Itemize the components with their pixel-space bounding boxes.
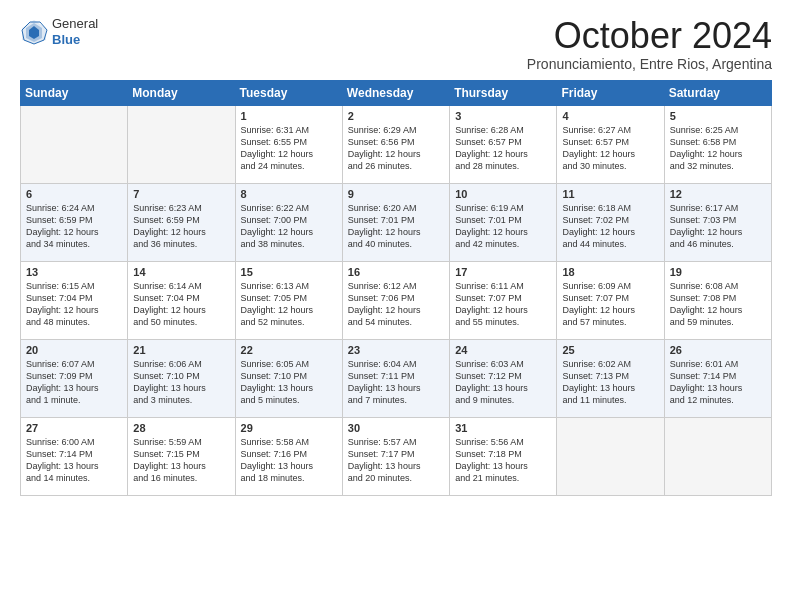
col-monday: Monday — [128, 80, 235, 105]
day-number: 2 — [348, 110, 444, 122]
month-title: October 2024 — [527, 16, 772, 56]
day-info: Sunrise: 6:27 AM Sunset: 6:57 PM Dayligh… — [562, 124, 658, 173]
location-subtitle: Pronunciamiento, Entre Rios, Argentina — [527, 56, 772, 72]
day-number: 9 — [348, 188, 444, 200]
table-row: 5Sunrise: 6:25 AM Sunset: 6:58 PM Daylig… — [664, 105, 771, 183]
table-row: 13Sunrise: 6:15 AM Sunset: 7:04 PM Dayli… — [21, 261, 128, 339]
day-info: Sunrise: 6:12 AM Sunset: 7:06 PM Dayligh… — [348, 280, 444, 329]
day-number: 4 — [562, 110, 658, 122]
table-row: 17Sunrise: 6:11 AM Sunset: 7:07 PM Dayli… — [450, 261, 557, 339]
day-info: Sunrise: 6:17 AM Sunset: 7:03 PM Dayligh… — [670, 202, 766, 251]
day-number: 8 — [241, 188, 337, 200]
table-row: 11Sunrise: 6:18 AM Sunset: 7:02 PM Dayli… — [557, 183, 664, 261]
calendar-week-row: 27Sunrise: 6:00 AM Sunset: 7:14 PM Dayli… — [21, 417, 772, 495]
day-number: 29 — [241, 422, 337, 434]
table-row — [128, 105, 235, 183]
day-info: Sunrise: 6:29 AM Sunset: 6:56 PM Dayligh… — [348, 124, 444, 173]
day-number: 11 — [562, 188, 658, 200]
day-info: Sunrise: 6:11 AM Sunset: 7:07 PM Dayligh… — [455, 280, 551, 329]
calendar-week-row: 13Sunrise: 6:15 AM Sunset: 7:04 PM Dayli… — [21, 261, 772, 339]
table-row: 28Sunrise: 5:59 AM Sunset: 7:15 PM Dayli… — [128, 417, 235, 495]
day-info: Sunrise: 6:23 AM Sunset: 6:59 PM Dayligh… — [133, 202, 229, 251]
col-wednesday: Wednesday — [342, 80, 449, 105]
title-section: October 2024 Pronunciamiento, Entre Rios… — [527, 16, 772, 72]
day-info: Sunrise: 6:13 AM Sunset: 7:05 PM Dayligh… — [241, 280, 337, 329]
table-row: 1Sunrise: 6:31 AM Sunset: 6:55 PM Daylig… — [235, 105, 342, 183]
col-sunday: Sunday — [21, 80, 128, 105]
day-info: Sunrise: 6:15 AM Sunset: 7:04 PM Dayligh… — [26, 280, 122, 329]
day-number: 24 — [455, 344, 551, 356]
table-row: 31Sunrise: 5:56 AM Sunset: 7:18 PM Dayli… — [450, 417, 557, 495]
table-row: 19Sunrise: 6:08 AM Sunset: 7:08 PM Dayli… — [664, 261, 771, 339]
day-number: 12 — [670, 188, 766, 200]
day-info: Sunrise: 6:28 AM Sunset: 6:57 PM Dayligh… — [455, 124, 551, 173]
day-info: Sunrise: 6:02 AM Sunset: 7:13 PM Dayligh… — [562, 358, 658, 407]
day-number: 15 — [241, 266, 337, 278]
logo-icon — [20, 18, 48, 46]
day-number: 3 — [455, 110, 551, 122]
day-info: Sunrise: 6:06 AM Sunset: 7:10 PM Dayligh… — [133, 358, 229, 407]
calendar-week-row: 20Sunrise: 6:07 AM Sunset: 7:09 PM Dayli… — [21, 339, 772, 417]
day-info: Sunrise: 6:09 AM Sunset: 7:07 PM Dayligh… — [562, 280, 658, 329]
day-number: 20 — [26, 344, 122, 356]
table-row: 26Sunrise: 6:01 AM Sunset: 7:14 PM Dayli… — [664, 339, 771, 417]
table-row: 12Sunrise: 6:17 AM Sunset: 7:03 PM Dayli… — [664, 183, 771, 261]
day-number: 17 — [455, 266, 551, 278]
table-row: 6Sunrise: 6:24 AM Sunset: 6:59 PM Daylig… — [21, 183, 128, 261]
day-number: 16 — [348, 266, 444, 278]
table-row — [557, 417, 664, 495]
table-row — [664, 417, 771, 495]
table-row: 25Sunrise: 6:02 AM Sunset: 7:13 PM Dayli… — [557, 339, 664, 417]
table-row: 22Sunrise: 6:05 AM Sunset: 7:10 PM Dayli… — [235, 339, 342, 417]
table-row: 10Sunrise: 6:19 AM Sunset: 7:01 PM Dayli… — [450, 183, 557, 261]
calendar-table: Sunday Monday Tuesday Wednesday Thursday… — [20, 80, 772, 496]
table-row: 23Sunrise: 6:04 AM Sunset: 7:11 PM Dayli… — [342, 339, 449, 417]
table-row: 24Sunrise: 6:03 AM Sunset: 7:12 PM Dayli… — [450, 339, 557, 417]
day-number: 19 — [670, 266, 766, 278]
table-row: 21Sunrise: 6:06 AM Sunset: 7:10 PM Dayli… — [128, 339, 235, 417]
table-row: 9Sunrise: 6:20 AM Sunset: 7:01 PM Daylig… — [342, 183, 449, 261]
day-number: 6 — [26, 188, 122, 200]
calendar-week-row: 1Sunrise: 6:31 AM Sunset: 6:55 PM Daylig… — [21, 105, 772, 183]
day-number: 7 — [133, 188, 229, 200]
day-info: Sunrise: 6:07 AM Sunset: 7:09 PM Dayligh… — [26, 358, 122, 407]
table-row: 29Sunrise: 5:58 AM Sunset: 7:16 PM Dayli… — [235, 417, 342, 495]
day-number: 1 — [241, 110, 337, 122]
day-info: Sunrise: 5:58 AM Sunset: 7:16 PM Dayligh… — [241, 436, 337, 485]
day-number: 28 — [133, 422, 229, 434]
table-row: 16Sunrise: 6:12 AM Sunset: 7:06 PM Dayli… — [342, 261, 449, 339]
table-row: 30Sunrise: 5:57 AM Sunset: 7:17 PM Dayli… — [342, 417, 449, 495]
logo-text: General Blue — [52, 16, 98, 47]
col-thursday: Thursday — [450, 80, 557, 105]
day-number: 10 — [455, 188, 551, 200]
table-row: 2Sunrise: 6:29 AM Sunset: 6:56 PM Daylig… — [342, 105, 449, 183]
day-number: 14 — [133, 266, 229, 278]
day-number: 23 — [348, 344, 444, 356]
table-row: 27Sunrise: 6:00 AM Sunset: 7:14 PM Dayli… — [21, 417, 128, 495]
day-info: Sunrise: 6:24 AM Sunset: 6:59 PM Dayligh… — [26, 202, 122, 251]
page-header: General Blue October 2024 Pronunciamient… — [20, 16, 772, 72]
day-info: Sunrise: 5:59 AM Sunset: 7:15 PM Dayligh… — [133, 436, 229, 485]
day-number: 26 — [670, 344, 766, 356]
table-row: 14Sunrise: 6:14 AM Sunset: 7:04 PM Dayli… — [128, 261, 235, 339]
col-saturday: Saturday — [664, 80, 771, 105]
calendar-header-row: Sunday Monday Tuesday Wednesday Thursday… — [21, 80, 772, 105]
day-info: Sunrise: 6:22 AM Sunset: 7:00 PM Dayligh… — [241, 202, 337, 251]
table-row: 15Sunrise: 6:13 AM Sunset: 7:05 PM Dayli… — [235, 261, 342, 339]
table-row: 7Sunrise: 6:23 AM Sunset: 6:59 PM Daylig… — [128, 183, 235, 261]
day-info: Sunrise: 5:56 AM Sunset: 7:18 PM Dayligh… — [455, 436, 551, 485]
day-number: 13 — [26, 266, 122, 278]
col-friday: Friday — [557, 80, 664, 105]
day-info: Sunrise: 6:31 AM Sunset: 6:55 PM Dayligh… — [241, 124, 337, 173]
table-row — [21, 105, 128, 183]
calendar-week-row: 6Sunrise: 6:24 AM Sunset: 6:59 PM Daylig… — [21, 183, 772, 261]
day-info: Sunrise: 6:01 AM Sunset: 7:14 PM Dayligh… — [670, 358, 766, 407]
day-info: Sunrise: 6:20 AM Sunset: 7:01 PM Dayligh… — [348, 202, 444, 251]
day-info: Sunrise: 6:25 AM Sunset: 6:58 PM Dayligh… — [670, 124, 766, 173]
day-number: 25 — [562, 344, 658, 356]
day-info: Sunrise: 6:18 AM Sunset: 7:02 PM Dayligh… — [562, 202, 658, 251]
table-row: 8Sunrise: 6:22 AM Sunset: 7:00 PM Daylig… — [235, 183, 342, 261]
day-number: 27 — [26, 422, 122, 434]
day-info: Sunrise: 6:19 AM Sunset: 7:01 PM Dayligh… — [455, 202, 551, 251]
day-number: 21 — [133, 344, 229, 356]
